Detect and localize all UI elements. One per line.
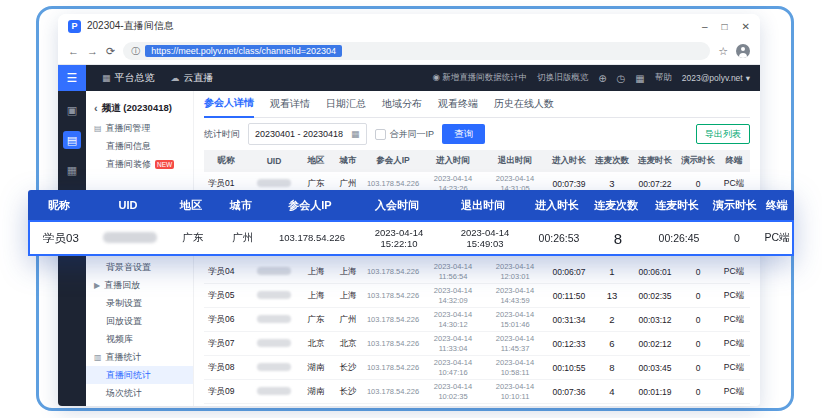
cell-city: 广州 xyxy=(332,314,364,326)
maximize-icon[interactable]: □ xyxy=(722,21,728,32)
camera-icon[interactable]: ▣ xyxy=(63,101,81,119)
site-info-icon[interactable]: ⓘ xyxy=(131,45,140,58)
tab-attendee-details[interactable]: 参会人详情 xyxy=(204,96,254,118)
cell-duration: 00:06:07 xyxy=(546,267,592,277)
uid-redacted xyxy=(257,315,291,323)
uid-redacted xyxy=(257,291,291,299)
tab-watch-terminal[interactable]: 观看终端 xyxy=(438,97,478,117)
cell-duration: 00:11:50 xyxy=(546,291,592,301)
table-row[interactable]: 学员09 湖南 长沙 103.178.54.226 2023-04-14 10:… xyxy=(204,380,750,404)
switch-old-version-link[interactable]: 切换旧版概览 xyxy=(537,72,588,84)
cell-mic-count: 13 xyxy=(592,290,632,301)
cell-mic-count: 6 xyxy=(592,338,632,349)
cell-uid xyxy=(248,387,300,397)
cell-ip: 103.178.54.226 xyxy=(364,291,422,300)
cell-exit-time: 2023-04-14 12:03:01 xyxy=(484,262,546,281)
tab-history-online[interactable]: 历史在线人数 xyxy=(494,97,554,117)
merge-ip-option[interactable]: 合并同一IP xyxy=(375,128,435,141)
cell-region: 湖南 xyxy=(300,362,332,374)
hamburger-menu-icon[interactable]: ☰ xyxy=(58,65,86,91)
help-link[interactable]: 帮助 xyxy=(655,72,672,84)
cell-ip: 103.178.54.226 xyxy=(364,179,422,188)
sidebar-item-room-stats[interactable]: 直播间统计 xyxy=(86,366,193,384)
cell-uid xyxy=(248,291,300,301)
minimize-icon[interactable]: – xyxy=(702,21,708,32)
date-filter-label: 统计时间 xyxy=(204,128,240,141)
plus-icon[interactable]: ⊕ xyxy=(598,73,606,84)
tab-date-summary[interactable]: 日期汇总 xyxy=(326,97,366,117)
cell-duration: 00:10:55 xyxy=(546,363,592,373)
cell-mic-duration: 00:03:12 xyxy=(632,315,678,325)
cell-region: 广东 xyxy=(300,178,332,190)
back-icon[interactable]: ← xyxy=(68,45,79,57)
cell-terminal: PC端 xyxy=(718,362,750,374)
cell-demo-duration: 0 xyxy=(678,363,718,373)
cell-region: 上海 xyxy=(300,266,332,278)
cell-mic-duration: 00:02:12 xyxy=(632,339,678,349)
channel-name: 频道 (20230418) xyxy=(102,102,172,115)
cell-region: 北京 xyxy=(300,338,332,350)
cell-enter-time: 2023-04-14 14:30:12 xyxy=(422,310,484,329)
window-title: 202304-直播间信息 xyxy=(87,19,174,33)
table-row[interactable]: 学员04 上海 上海 103.178.54.226 2023-04-14 11:… xyxy=(204,260,750,284)
sidebar-item-replay-settings[interactable]: 回放设置 xyxy=(86,312,193,330)
tab-watch-details[interactable]: 观看详情 xyxy=(270,97,310,117)
cell-ip: 103.178.54.226 xyxy=(364,267,422,276)
sidebar-item-room-manage[interactable]: ▤ 直播间管理 xyxy=(86,119,193,137)
close-icon[interactable]: ✕ xyxy=(742,21,750,32)
refresh-icon[interactable]: ⟳ xyxy=(106,45,115,58)
window-titlebar: P 202304-直播间信息 – □ ✕ xyxy=(58,14,760,38)
tab-region-distribution[interactable]: 地域分布 xyxy=(382,97,422,117)
cell-region: 广东 xyxy=(300,314,332,326)
cell-enter-time: 2023-04-14 10:02:35 xyxy=(422,382,484,401)
export-list-button[interactable]: 导出列表 xyxy=(696,124,750,144)
cell-duration: 00:31:34 xyxy=(546,315,592,325)
cell-enter-time: 2023-04-14 10:47:16 xyxy=(422,358,484,377)
bookmark-star-icon[interactable]: ☆ xyxy=(718,45,728,58)
calendar-icon: ▦ xyxy=(351,129,360,139)
date-range-picker[interactable]: 20230401 - 20230418 ▦ xyxy=(248,123,367,145)
checkbox[interactable] xyxy=(375,129,386,140)
sidebar-item-live-stats[interactable]: ▥ 直播统计 xyxy=(86,348,193,366)
cell-duration: 00:07:36 xyxy=(546,387,592,397)
sidebar-item-bg-audio[interactable]: 背景音设置 xyxy=(86,258,193,276)
cell-mic-count: 1 xyxy=(592,266,632,277)
apps-grid-icon[interactable]: ▦ xyxy=(635,73,644,84)
cell-demo-duration: 0 xyxy=(678,267,718,277)
uid-redacted xyxy=(103,232,157,243)
sidebar-item-session-stats[interactable]: 场次统计 xyxy=(86,384,193,402)
callout-uid xyxy=(92,232,168,245)
table-row[interactable]: 学员08 湖南 长沙 103.178.54.226 2023-04-14 10:… xyxy=(204,356,750,380)
chevron-left-icon[interactable]: ‹ xyxy=(94,102,98,114)
callout-exit-time: 2023-04-14 15:49:03 xyxy=(442,227,528,250)
account-menu[interactable]: 2023@polyv.net ▾ xyxy=(682,73,750,83)
cell-mic-count: 2 xyxy=(592,314,632,325)
channel-list-icon[interactable]: ▤ xyxy=(63,131,81,149)
new-badge: NEW xyxy=(155,160,174,169)
sidebar-item-room-decorate[interactable]: 直播间装修 NEW xyxy=(86,155,193,173)
cell-terminal: PC端 xyxy=(718,178,750,190)
sidebar-item-room-info[interactable]: 直播间信息 xyxy=(86,137,193,155)
cell-nickname: 学员01 xyxy=(204,178,248,190)
sidebar-item-video-library[interactable]: 视频库 xyxy=(86,330,193,348)
table-row[interactable]: 学员06 广东 广州 103.178.54.226 2023-04-14 14:… xyxy=(204,308,750,332)
filter-bar: 统计时间 20230401 - 20230418 ▦ 合并同一IP 查询 导出列… xyxy=(204,118,750,150)
nav-item-cloud-live[interactable]: ☁ 云直播 xyxy=(171,71,214,85)
query-button[interactable]: 查询 xyxy=(442,124,485,144)
cell-exit-time: 2023-04-14 15:01:46 xyxy=(484,310,546,329)
url-bar[interactable]: ⓘ https://meet.polyv.net/class/channelId… xyxy=(123,42,710,60)
table-row[interactable]: 学员05 上海 上海 103.178.54.226 2023-04-14 14:… xyxy=(204,284,750,308)
sidebar-item-record-settings[interactable]: 录制设置 xyxy=(86,294,193,312)
cell-exit-time: 2023-04-14 10:58:11 xyxy=(484,358,546,377)
table-row[interactable]: 学员07 北京 北京 103.178.54.226 2023-04-14 11:… xyxy=(204,332,750,356)
history-clock-icon[interactable]: ◷ xyxy=(617,73,626,84)
nav-item-label: 平台总览 xyxy=(115,71,155,85)
cell-demo-duration: 0 xyxy=(678,387,718,397)
nav-item-platform-overview[interactable]: ▦ 平台总览 xyxy=(102,71,155,85)
forward-icon[interactable]: → xyxy=(87,45,98,57)
calendar-icon[interactable]: ▦ xyxy=(63,161,81,179)
cell-city: 广州 xyxy=(332,178,364,190)
sidebar-item-replay[interactable]: ▶ 直播回放 xyxy=(86,276,193,294)
channel-header[interactable]: ‹ 频道 (20230418) xyxy=(86,97,193,119)
profile-avatar[interactable] xyxy=(736,44,750,58)
